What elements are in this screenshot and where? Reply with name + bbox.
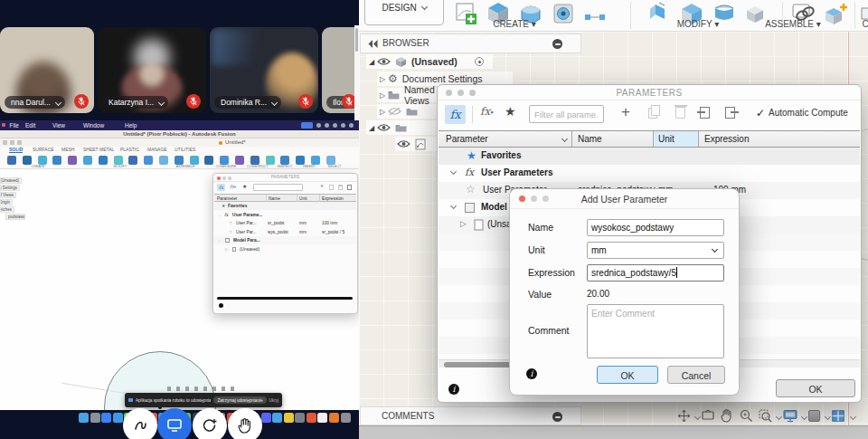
dock-app-icon[interactable] [307,413,316,423]
collapsed-icon[interactable]: ▷ [377,91,388,100]
tab-plastic[interactable]: PLASTIC [120,147,139,152]
mic-muted-icon[interactable] [298,94,313,109]
auto-compute-checkbox[interactable]: ✓ [756,107,765,119]
ribbon-tool-icon[interactable] [266,156,275,165]
group-label-select[interactable]: SELECT [328,165,342,168]
mini-hscrollbar[interactable] [217,297,353,300]
dock-app-icon[interactable] [284,413,294,423]
browser-item-sketches-folder[interactable]: ◢ [366,120,437,135]
mini-browser-item[interactable]: Document Settings [0,185,20,191]
parameters-ok-button[interactable]: OK [776,379,855,397]
combine-icon[interactable] [742,1,768,26]
browser-root-row[interactable]: ◢ (Unsaved) [366,54,493,69]
menu-item-file[interactable]: File [7,120,19,130]
group-assemble-label[interactable]: ASSEMBLE ▾ [765,19,821,29]
grid-settings-icon[interactable] [808,410,820,422]
menu-item-window[interactable]: Window [83,120,104,130]
add-parameter-icon[interactable]: + [621,103,630,121]
orbit-dropdown[interactable] [694,414,701,420]
ribbon-tool-icon[interactable] [144,156,153,165]
viewports-dropdown[interactable] [850,414,856,420]
menubar-status-icon[interactable] [341,123,345,128]
menu-item-help[interactable]: Help [125,120,137,130]
column-divider[interactable] [653,131,654,147]
ribbon-tool-icon[interactable] [99,156,108,165]
grid-settings-dropdown[interactable] [825,414,831,420]
group-label-modify[interactable]: MODIFY [114,165,127,168]
participant-tile[interactable]: Dominika R... [210,27,318,113]
activate-radio[interactable] [475,57,484,66]
collapsed-icon[interactable]: ▷ [377,75,388,83]
column-divider[interactable] [698,131,699,147]
create-sketch-icon[interactable] [453,1,478,26]
screenshare-button[interactable] [157,408,192,439]
hole-icon[interactable] [551,1,576,26]
dock-app-icon[interactable] [329,413,339,423]
ribbon-tool-icon[interactable] [23,156,32,165]
dock-app-icon[interactable] [79,413,89,423]
dock-app-icon[interactable] [90,413,100,423]
ribbon-tool-icon[interactable] [114,156,123,165]
group-create-label[interactable]: CREATE ▾ [493,19,536,29]
menubar-status-icon[interactable] [325,123,329,128]
mini-browser-item[interactable]: podstawa [5,214,25,220]
column-unit-cell[interactable]: Unit [653,131,698,147]
mic-muted-icon[interactable] [74,94,89,109]
menubar-status-icon[interactable] [316,123,321,128]
copy-icon[interactable] [329,185,334,190]
copy-icon[interactable] [648,108,657,119]
group-modify-label[interactable]: MODIFY ▾ [677,19,720,29]
collapsed-icon[interactable]: ▷ [460,219,467,228]
menubar-status-icon[interactable] [333,123,337,128]
delete-icon[interactable] [675,107,685,119]
ribbon-tool-icon[interactable] [311,156,320,165]
favorites-filter-icon[interactable]: ★ [505,104,516,119]
unit-select[interactable]: mm [587,242,724,259]
mic-muted-icon[interactable] [186,94,201,109]
dock-app-icon[interactable] [113,413,123,423]
ribbon-tool-icon[interactable] [83,156,92,165]
browser-item-hidden-folder[interactable]: ▷ [377,104,437,119]
mini-row-model-parameters[interactable]: ⌵Model Para... [214,236,356,244]
column-parameter[interactable]: Parameter [446,134,488,144]
screenshare-indicator-icon[interactable] [301,122,313,129]
tab-mesh[interactable]: MESH [61,147,74,152]
expression-input[interactable]: srednica_podstawy/5 [587,264,724,282]
ribbon-tool-icon[interactable] [235,156,244,165]
scrollbar-thumb[interactable] [355,28,358,52]
ribbon-tool-icon[interactable] [280,156,289,165]
participant-tile[interactable]: Katarzyna I... [98,27,206,113]
ribbon-tool-icon[interactable] [128,156,137,165]
pan-icon[interactable] [721,408,733,423]
fx-filter-icon[interactable]: fx [445,105,466,124]
add-cancel-button[interactable]: Cancel [667,366,725,384]
raise-hand-button[interactable] [228,408,262,439]
expanded-icon[interactable]: ◢ [366,124,377,132]
ribbon-tool-icon[interactable] [38,156,47,165]
info-icon[interactable]: i [526,368,537,379]
column-expression[interactable]: Expression [704,134,749,144]
chevron-down-icon[interactable] [271,100,278,106]
ribbon-tool-icon[interactable] [68,156,77,165]
ribbon-tool-icon[interactable] [7,156,16,165]
collapse-icon[interactable] [368,40,378,48]
filter-input[interactable] [529,105,604,123]
panel-menu-icon[interactable] [552,39,562,49]
eye-off-icon[interactable] [388,107,401,116]
zoom-window-dropdown[interactable] [776,414,782,420]
dock-app-icon[interactable] [317,413,327,423]
fx-user-filter-icon[interactable]: fx▪ [480,105,493,118]
tab-sheet-metal[interactable]: SHEET METAL [83,147,114,152]
row-favorites[interactable]: ★ Favorites [439,148,860,165]
document-tab[interactable]: Untitled* [225,138,246,147]
panel-menu-icon[interactable] [552,412,562,422]
mini-row-user-param-2[interactable]: ☆User Par...wys_podstmmsr_podst / 5 [214,228,356,236]
new-component-icon[interactable] [825,1,850,26]
group-label-inspect[interactable]: INSPECT [278,165,292,168]
eye-icon[interactable] [377,57,391,66]
mini-browser-root[interactable]: (Unsaved) [0,177,22,184]
mini-nav-toolbar[interactable] [167,387,240,391]
star-icon[interactable]: ★ [242,183,247,189]
collapsed-icon[interactable]: ▷ [377,108,388,116]
fx-icon[interactable]: fx [217,184,225,191]
